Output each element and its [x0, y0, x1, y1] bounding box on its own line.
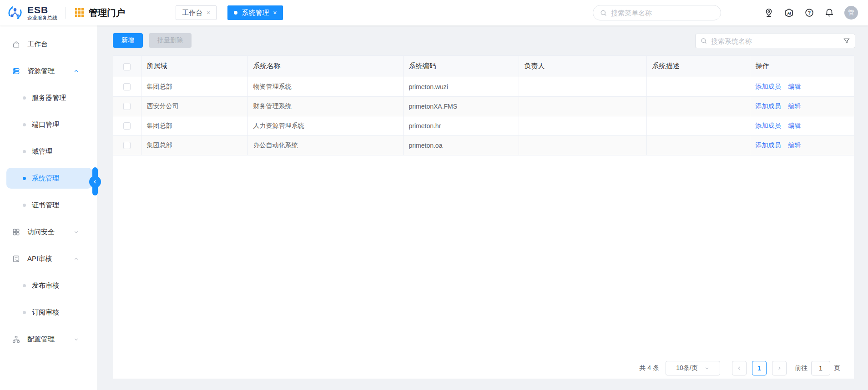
- goto-page-input[interactable]: [811, 361, 830, 375]
- page-size-select[interactable]: 10条/页: [666, 361, 720, 375]
- sidebar-item-label: 发布审核: [32, 281, 59, 290]
- cell-system-name: 人力资源管理系统: [247, 116, 403, 135]
- sidebar-item-label: API审核: [27, 255, 52, 263]
- table-card: 所属域 系统名称 系统编码 负责人 系统描述 操作 集团总部物资管理系统prim…: [113, 55, 854, 379]
- system-search-box: [695, 34, 855, 48]
- row-checkbox[interactable]: [123, 142, 131, 149]
- page-size-value: 10条/页: [676, 364, 697, 372]
- sidebar: 工作台资源管理服务器管理端口管理域管理系统管理证书管理访问安全API审核发布审核…: [0, 25, 98, 390]
- chevron-up-icon: [73, 68, 79, 74]
- sidebar-menu: 工作台资源管理服务器管理端口管理域管理系统管理证书管理访问安全API审核发布审核…: [0, 25, 97, 350]
- sidebar-item-label: 订阅审核: [32, 308, 59, 317]
- sitemap-icon: [12, 335, 20, 344]
- sidebar-item-resource-management[interactable]: 资源管理: [0, 60, 97, 81]
- cell-system-code: primeton.hr: [403, 116, 519, 135]
- bell-icon[interactable]: [824, 8, 834, 18]
- col-header-code: 系统编码: [403, 56, 519, 77]
- edit-link[interactable]: 编辑: [788, 83, 801, 90]
- row-checkbox[interactable]: [123, 83, 131, 90]
- sidebar-item-subscribe-audit[interactable]: 订阅审核: [0, 302, 97, 323]
- menu-search-input[interactable]: [611, 9, 702, 17]
- chevron-left-icon: [737, 365, 742, 371]
- system-search-input[interactable]: [711, 37, 839, 45]
- edit-link[interactable]: 编辑: [788, 102, 801, 110]
- cell-domain: 集团总部: [141, 116, 247, 135]
- brand-name: ESB: [27, 5, 57, 15]
- cell-system-name: 财务管理系统: [247, 96, 403, 116]
- sidebar-item-port-management[interactable]: 端口管理: [0, 114, 97, 135]
- cell-description: [646, 116, 750, 135]
- col-header-actions: 操作: [750, 56, 854, 77]
- add-button[interactable]: 新增: [113, 33, 143, 48]
- sidebar-item-workbench[interactable]: 工作台: [0, 34, 97, 55]
- sidebar-item-certificate-management[interactable]: 证书管理: [0, 195, 97, 215]
- sidebar-item-label: 服务器管理: [32, 94, 66, 102]
- open-tabs: 工作台 × 系统管理 ×: [176, 5, 283, 20]
- chevron-right-icon: [777, 365, 782, 371]
- bullet-icon: [23, 150, 26, 153]
- sidebar-item-server-management[interactable]: 服务器管理: [0, 87, 97, 108]
- sidebar-item-system-management[interactable]: 系统管理: [6, 168, 92, 189]
- col-header-domain: 所属域: [141, 56, 247, 77]
- svg-text:?: ?: [808, 10, 811, 15]
- table-row: 西安分公司财务管理系统primetonXA.FMS添加成员编辑: [113, 96, 854, 116]
- avatar[interactable]: 管: [844, 6, 858, 20]
- edit-link[interactable]: 编辑: [788, 141, 801, 149]
- sidebar-collapse-button[interactable]: [89, 176, 101, 188]
- col-header-owner: 负责人: [519, 56, 646, 77]
- add-member-link[interactable]: 添加成员: [756, 83, 781, 90]
- col-header-name: 系统名称: [247, 56, 403, 77]
- add-member-link[interactable]: 添加成员: [756, 122, 781, 129]
- chevron-up-icon: [73, 256, 79, 262]
- cell-owner: [519, 77, 646, 96]
- tab-system-management[interactable]: 系统管理 ×: [227, 5, 283, 20]
- add-member-link[interactable]: 添加成员: [756, 102, 781, 110]
- doc-check-icon: [12, 255, 20, 263]
- row-checkbox[interactable]: [123, 122, 131, 130]
- bullet-icon: [23, 96, 26, 100]
- cell-system-code: primetonXA.FMS: [403, 96, 519, 116]
- sidebar-item-label: 访问安全: [27, 228, 55, 236]
- tab-workbench[interactable]: 工作台 ×: [176, 5, 217, 20]
- filter-icon[interactable]: [843, 37, 850, 45]
- goto-label: 前往: [795, 364, 807, 372]
- ai-icon[interactable]: AI: [784, 8, 794, 18]
- waffle-grid-icon: [75, 8, 85, 18]
- brand-logo: ESB 企业服务总线: [0, 4, 57, 21]
- sidebar-item-config-management[interactable]: 配置管理: [0, 329, 97, 350]
- cell-owner: [519, 96, 646, 116]
- sidebar-item-label: 证书管理: [32, 201, 59, 210]
- row-checkbox[interactable]: [123, 103, 131, 110]
- page-title: 管理门户: [89, 7, 125, 19]
- add-member-link[interactable]: 添加成员: [756, 141, 781, 149]
- server-icon: [12, 67, 20, 75]
- cell-owner: [519, 116, 646, 135]
- search-icon: [600, 9, 607, 17]
- page-number-button[interactable]: 1: [752, 361, 767, 375]
- sidebar-item-label: 系统管理: [32, 174, 59, 183]
- next-page-button[interactable]: [772, 361, 787, 375]
- search-icon: [700, 37, 707, 45]
- home-icon: [12, 40, 20, 49]
- sidebar-item-publish-audit[interactable]: 发布审核: [0, 275, 97, 296]
- edit-link[interactable]: 编辑: [788, 122, 801, 129]
- brand-subtitle: 企业服务总线: [27, 15, 57, 21]
- sidebar-item-access-security[interactable]: 访问安全: [0, 221, 97, 242]
- table-header-row: 所属域 系统名称 系统编码 负责人 系统描述 操作: [113, 56, 854, 77]
- help-icon[interactable]: ?: [804, 8, 814, 18]
- pagination-bar: 共 4 条 10条/页 1 前往 页: [113, 357, 854, 379]
- tab-label: 系统管理: [242, 9, 269, 17]
- sidebar-item-label: 端口管理: [32, 120, 59, 129]
- close-icon[interactable]: ×: [207, 9, 210, 16]
- sidebar-item-domain-management[interactable]: 域管理: [0, 141, 97, 162]
- header-divider: [66, 7, 66, 19]
- bullet-icon: [23, 311, 26, 314]
- select-all-checkbox[interactable]: [123, 63, 131, 70]
- sidebar-item-api-audit[interactable]: API审核: [0, 248, 97, 269]
- location-icon[interactable]: [764, 8, 774, 18]
- cell-actions: 添加成员编辑: [750, 135, 854, 155]
- close-icon[interactable]: ×: [273, 9, 277, 16]
- prev-page-button[interactable]: [732, 361, 747, 375]
- portal-title-block: 管理门户: [75, 7, 125, 19]
- batch-delete-button[interactable]: 批量删除: [149, 33, 192, 48]
